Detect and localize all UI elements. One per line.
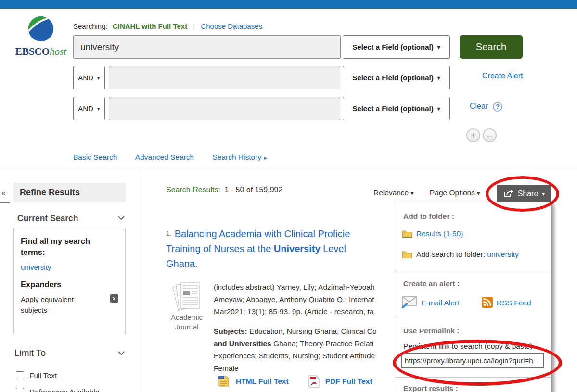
panel-divider: [395, 318, 551, 318]
subjects-line2-bold: and Universities: [214, 340, 271, 348]
email-alert-icon: [401, 296, 417, 308]
boolean-select-1[interactable]: AND ▾: [73, 66, 105, 89]
citation-line2: Ameyaw; Aboagye, Anthony Quabito Q.; Int…: [214, 293, 375, 306]
subjects-line4: Female: [214, 362, 377, 375]
html-full-text-link[interactable]: HTML Full Text: [236, 377, 289, 386]
html-document-icon: [218, 375, 230, 388]
add-results-to-folder-link[interactable]: Results (1-50): [416, 229, 463, 238]
search-button[interactable]: Search: [460, 35, 523, 59]
search-input-3[interactable]: [109, 97, 340, 120]
page-options-dropdown[interactable]: Page Options ▾: [430, 189, 480, 197]
add-search-to-folder-link[interactable]: university: [487, 250, 518, 258]
references-available-option: References Available: [16, 387, 99, 392]
current-search-box: Find all my search terms: university Exp…: [13, 228, 126, 334]
expanders-label: Expanders: [21, 279, 118, 290]
boolean-select-2[interactable]: AND ▾: [73, 97, 105, 120]
divider: |: [193, 22, 195, 30]
share-label: Share: [518, 190, 539, 198]
header-divider: [0, 169, 577, 169]
ebscohost-wordmark: EBSCOhost: [12, 46, 70, 58]
database-name: CINAHL with Full Text: [113, 22, 187, 30]
share-menu-panel: Add to folder : Results (1-50) Add searc…: [395, 202, 552, 392]
current-search-heading[interactable]: Current Search: [17, 214, 78, 224]
search-term-link[interactable]: university: [21, 263, 51, 271]
collapse-sidebar-button[interactable]: «: [0, 183, 10, 203]
result-citation: (includes abstract) Yarney, Lily; Adzima…: [214, 281, 375, 318]
sidebar-section-divider: [13, 342, 126, 342]
permalink-input[interactable]: [401, 353, 544, 368]
expander-row: Apply equivalent subjects x: [21, 294, 118, 316]
expander-label: Apply equivalent subjects: [21, 294, 93, 316]
full-text-checkbox[interactable]: [16, 371, 24, 379]
chevron-down-icon[interactable]: [118, 351, 125, 355]
source-type-label: Academic Journal: [160, 313, 213, 332]
panel-divider: [395, 377, 551, 378]
caret-down-icon: ▾: [97, 105, 100, 112]
subjects-line1: Subjects: Education, Nursing Ghana; Clin…: [214, 325, 377, 338]
field-select-2[interactable]: Select a Field (optional) ▾: [343, 66, 450, 89]
subjects-label: Subjects:: [214, 327, 247, 335]
caret-down-icon: ▾: [477, 190, 480, 197]
ebscohost-search-page: EBSCOhost Searching: CINAHL with Full Te…: [0, 0, 577, 392]
results-summary-value: 1 - 50 of 159,992: [224, 186, 282, 194]
field-select-2-label: Select a Field (optional): [352, 74, 433, 82]
field-select-1[interactable]: Select a Field (optional) ▾: [343, 35, 450, 59]
refine-results-title: Refine Results: [13, 183, 126, 202]
pdf-full-text-link[interactable]: PDF Full Text: [325, 377, 372, 386]
add-row-button[interactable]: +: [466, 128, 480, 142]
remove-expander-button[interactable]: x: [110, 294, 118, 303]
subjects-line1-text: Education, Nursing Ghana; Clinical Co: [247, 327, 377, 335]
export-results-label: Export results :: [403, 384, 458, 392]
search-mode-nav: Basic Search Advanced Search Search Hist…: [73, 153, 267, 162]
field-select-1-label: Select a Field (optional): [352, 43, 433, 51]
ebscohost-logo: EBSCOhost: [12, 15, 70, 58]
basic-search-link[interactable]: Basic Search: [73, 153, 117, 161]
search-history-link[interactable]: Search History: [212, 153, 261, 161]
permalink-hint: Persistent link to search (copy & paste): [403, 342, 533, 351]
find-terms-label: Find all my search terms:: [21, 236, 100, 258]
add-search-prefix: Add search to folder:: [416, 250, 487, 258]
citation-line1: (includes abstract) Yarney, Lily; Adzima…: [214, 281, 375, 293]
caret-down-icon: ▾: [437, 44, 440, 51]
clear-row: Clear?: [470, 102, 502, 112]
create-alert-label: Create an alert :: [403, 279, 460, 288]
result-title-link[interactable]: 1.Balancing Academia with Clinical Profi…: [166, 226, 350, 271]
chevron-down-icon[interactable]: [118, 216, 125, 220]
search-input-2[interactable]: [109, 66, 340, 89]
sort-dropdown[interactable]: Relevance ▾: [373, 189, 414, 197]
results-summary: Search Results: 1 - 50 of 159,992: [166, 186, 282, 194]
caret-down-icon: ▾: [411, 190, 414, 197]
create-alert-link[interactable]: Create Alert: [482, 72, 523, 80]
result-title-line2: Training of Nurses at the: [166, 243, 274, 254]
caret-down-icon: ▾: [437, 105, 440, 112]
searching-line: Searching: CINAHL with Full Text | Choos…: [73, 22, 262, 30]
add-search-to-folder-text: Add search to folder: university: [416, 250, 519, 259]
ebsco-globe-icon: [27, 15, 55, 43]
history-arrow-icon: ▸: [264, 154, 267, 161]
sort-label: Relevance: [373, 189, 409, 197]
help-question-icon[interactable]: ?: [493, 102, 502, 112]
choose-databases-link[interactable]: Choose Databases: [201, 22, 262, 30]
share-button[interactable]: Share ▾: [497, 185, 551, 202]
subjects-line3: Experiences; Students, Nursing; Student …: [214, 350, 377, 362]
result-title-line2-post: Level: [321, 243, 346, 254]
references-available-checkbox[interactable]: [16, 388, 24, 392]
rss-feed-icon: [482, 297, 493, 308]
limit-to-heading[interactable]: Limit To: [14, 348, 46, 358]
search-input[interactable]: [73, 35, 341, 59]
logo-ebsco-text: EBSCO: [15, 46, 50, 57]
full-text-links: HTML Full Text PDF Full Text: [218, 375, 372, 388]
rss-feed-link[interactable]: RSS Feed: [497, 299, 531, 307]
add-to-folder-label: Add to folder :: [403, 212, 454, 221]
clear-link[interactable]: Clear: [470, 102, 488, 110]
caret-down-icon: ▾: [437, 75, 440, 81]
email-alert-link[interactable]: E-mail Alert: [421, 299, 459, 307]
top-bar: [0, 0, 577, 9]
field-select-3[interactable]: Select a Field (optional) ▾: [343, 97, 450, 120]
full-text-label: Full Text: [29, 371, 57, 379]
academic-journal-icon: [171, 280, 202, 311]
advanced-search-link[interactable]: Advanced Search: [135, 153, 194, 161]
results-summary-label: Search Results:: [166, 186, 220, 194]
remove-row-button[interactable]: –: [483, 128, 497, 142]
searching-label: Searching:: [73, 22, 108, 30]
